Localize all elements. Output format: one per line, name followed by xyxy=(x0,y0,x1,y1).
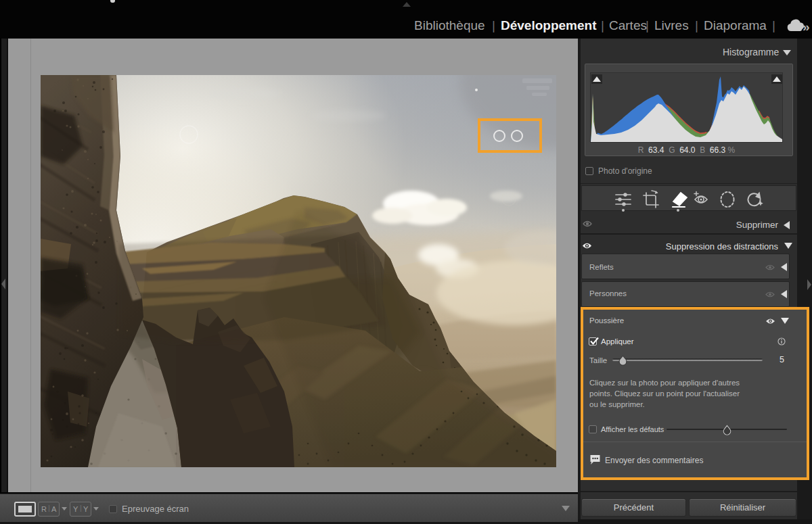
svg-text:»: » xyxy=(803,20,810,34)
